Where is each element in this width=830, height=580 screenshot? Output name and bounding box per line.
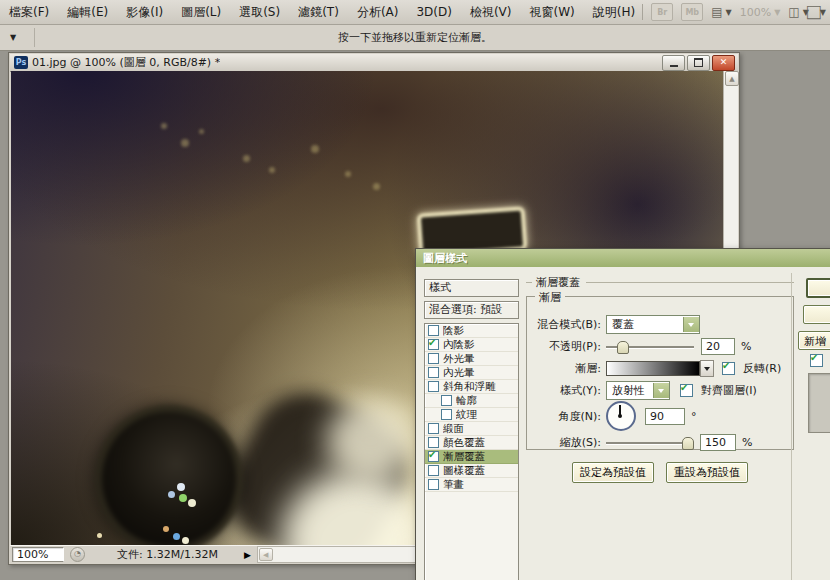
blend-mode-label: 混合模式(B): [535, 317, 601, 332]
chevron-down-icon: ▼ [774, 8, 780, 17]
checkbox-icon[interactable] [441, 395, 452, 406]
style-item-pattern-overlay[interactable]: 圖樣覆蓋 [425, 464, 518, 478]
gradient-preview[interactable] [606, 361, 700, 376]
checkbox-icon[interactable] [428, 437, 439, 448]
chevron-down-icon: ▼ [803, 8, 809, 17]
style-item-bevel-emboss[interactable]: 斜角和浮雕 [425, 380, 518, 394]
opacity-value-field[interactable]: 20 [701, 338, 735, 355]
checkbox-icon[interactable] [428, 339, 439, 350]
checkbox-icon[interactable] [428, 479, 439, 490]
menu-bar: 檔案(F) 編輯(E) 影像(I) 圖層(L) 選取(S) 濾鏡(T) 分析(A… [0, 0, 830, 25]
mobile-icon[interactable]: Mb [681, 3, 703, 21]
menu-help[interactable]: 說明(H) [584, 4, 644, 21]
zoom-level-dropdown[interactable]: 100% ▼ [740, 6, 781, 19]
scale-label: 縮放(S): [535, 435, 601, 450]
opacity-label: 不透明(P): [535, 339, 601, 354]
scroll-up-icon[interactable]: ▲ [725, 71, 739, 86]
status-menu-arrow-icon[interactable]: ▶ [244, 550, 251, 560]
bokeh-speck [199, 129, 204, 134]
preview-checkbox[interactable] [810, 354, 823, 367]
blending-options-item[interactable]: 混合選項: 預設 [424, 301, 519, 319]
checkbox-icon[interactable] [441, 409, 452, 420]
photo-highlight [326, 401, 416, 481]
chevron-down-icon: ▼ [820, 8, 826, 17]
bokeh-speck [311, 145, 319, 153]
menu-edit[interactable]: 編輯(E) [58, 4, 117, 21]
restore-button[interactable] [687, 55, 710, 71]
menu-filter[interactable]: 濾鏡(T) [289, 4, 348, 21]
reset-default-button[interactable]: 重設為預設值 [666, 462, 748, 483]
reverse-checkbox[interactable] [722, 362, 735, 375]
cancel-button[interactable] [803, 305, 830, 324]
styles-header[interactable]: 樣式 [424, 279, 519, 297]
version-cue-icon[interactable]: ◔ [70, 547, 85, 562]
bokeh-speck [243, 155, 250, 162]
angle-dial[interactable] [606, 401, 636, 431]
style-item-stroke[interactable]: 筆畫 [425, 478, 518, 492]
style-item-inner-glow[interactable]: 內光暈 [425, 366, 518, 380]
menu-image[interactable]: 影像(I) [117, 4, 172, 21]
arrange-documents-button[interactable]: ◫ ▼ [788, 5, 809, 19]
gradient-picker-arrow-icon[interactable] [700, 360, 714, 377]
style-item-gradient-overlay[interactable]: 漸層覆蓋 [425, 450, 518, 464]
style-item-satin[interactable]: 緞面 [425, 422, 518, 436]
style-item-texture[interactable]: 紋理 [425, 408, 518, 422]
opacity-slider-thumb[interactable] [617, 341, 629, 354]
styles-panel: 樣式 混合選項: 預設 陰影 內陰影 外光暈 內光暈 斜角和浮雕 輪廓 紋理 緞… [424, 279, 519, 580]
new-style-button[interactable]: 新增 [798, 331, 830, 350]
dialog-titlebar[interactable]: 圖層樣式 [416, 249, 830, 267]
photo-camera-lens [95, 405, 243, 546]
scale-slider-thumb[interactable] [682, 437, 694, 450]
checkbox-icon[interactable] [428, 381, 439, 392]
guides-grid-button[interactable]: ▤ ▼ [711, 5, 732, 19]
blend-mode-select[interactable]: 覆蓋 [606, 315, 700, 334]
options-bar: ▼ 按一下並拖移以重新定位漸層。 [0, 25, 830, 51]
style-item-inner-shadow[interactable]: 內陰影 [425, 338, 518, 352]
chevron-down-icon[interactable] [683, 317, 699, 332]
close-button[interactable]: ✕ [712, 55, 735, 71]
align-with-layer-label: 對齊圖層(I) [701, 383, 757, 398]
opacity-slider[interactable] [606, 340, 694, 352]
preview-thumbnail [808, 373, 830, 433]
document-title: 01.jpg @ 100% (圖層 0, RGB/8#) * [32, 55, 220, 70]
menu-3d[interactable]: 3D(D) [407, 5, 460, 19]
opacity-unit: % [741, 340, 751, 353]
document-titlebar[interactable]: Ps 01.jpg @ 100% (圖層 0, RGB/8#) * ✕ [10, 54, 738, 72]
style-item-contour[interactable]: 輪廓 [425, 394, 518, 408]
style-item-color-overlay[interactable]: 顏色覆蓋 [425, 436, 518, 450]
menu-analysis[interactable]: 分析(A) [348, 4, 408, 21]
scroll-left-icon[interactable]: ◀ [259, 548, 273, 561]
scale-slider[interactable] [606, 436, 694, 448]
checkbox-icon[interactable] [428, 451, 439, 462]
gradient-style-select[interactable]: 放射性 [606, 381, 670, 400]
style-item-drop-shadow[interactable]: 陰影 [425, 324, 518, 338]
menu-file[interactable]: 檔案(F) [0, 4, 58, 21]
angle-value-field[interactable]: 90 [645, 408, 685, 425]
checkbox-icon[interactable] [428, 367, 439, 378]
zoom-percent-field[interactable]: 100% [12, 547, 64, 562]
bokeh-dot [177, 483, 185, 491]
style-label: 樣式(Y): [535, 383, 601, 398]
bokeh-speck [161, 123, 167, 129]
scale-unit: % [742, 436, 752, 449]
set-default-button[interactable]: 設定為預設值 [572, 462, 654, 483]
checkbox-icon[interactable] [428, 465, 439, 476]
photoshop-app: { "colors": { "accent_olive": "#a9bc7d",… [0, 0, 830, 580]
scale-value-field[interactable]: 150 [700, 434, 736, 451]
menu-view[interactable]: 檢視(V) [461, 4, 521, 21]
menu-layer[interactable]: 圖層(L) [172, 4, 230, 21]
menu-select[interactable]: 選取(S) [230, 4, 289, 21]
checkbox-icon[interactable] [428, 423, 439, 434]
ok-button[interactable] [806, 278, 830, 298]
menu-window[interactable]: 視窗(W) [521, 4, 584, 21]
checkbox-icon[interactable] [428, 353, 439, 364]
bokeh-speck [345, 171, 351, 177]
chevron-down-icon[interactable] [653, 383, 669, 398]
bridge-icon[interactable]: Br [651, 3, 673, 21]
minimize-button[interactable] [662, 55, 685, 71]
style-item-outer-glow[interactable]: 外光暈 [425, 352, 518, 366]
align-with-layer-checkbox[interactable] [680, 384, 693, 397]
screen-mode-button[interactable]: ⃞ ▼ [817, 5, 826, 19]
checkbox-icon[interactable] [428, 325, 439, 336]
angle-label: 角度(N): [535, 409, 601, 424]
